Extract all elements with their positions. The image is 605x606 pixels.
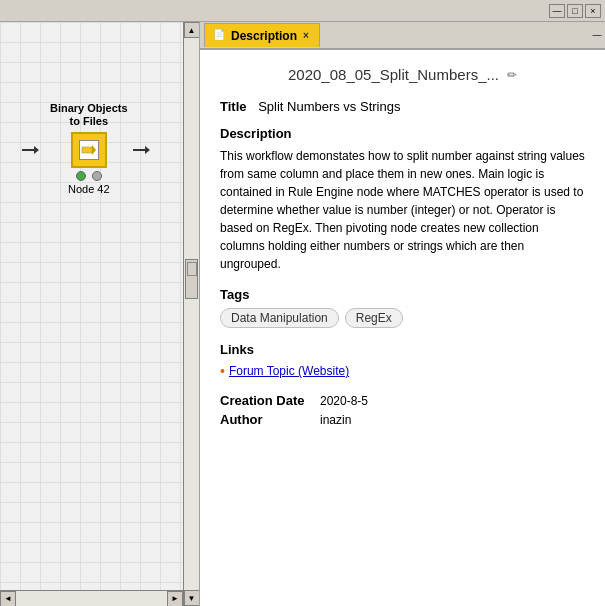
workflow-title-text: 2020_08_05_Split_Numbers_... (288, 66, 499, 83)
author-label: Author (220, 412, 320, 427)
top-bar: — □ × (0, 0, 605, 22)
links-label: Links (220, 342, 585, 357)
meta-section: Creation Date 2020-8-5 Author inazin (220, 393, 585, 427)
node-icon-inner (79, 140, 99, 160)
creation-date-label: Creation Date (220, 393, 320, 408)
description-label: Description (220, 126, 585, 141)
tab-minimize-button[interactable]: — (589, 27, 605, 43)
description-content: 2020_08_05_Split_Numbers_... ✏ Title Spl… (200, 50, 605, 606)
author-value: inazin (320, 413, 351, 427)
scroll-thumb[interactable] (185, 259, 198, 299)
tab-close-button[interactable]: × (301, 30, 311, 41)
node-label-bottom: Node 42 (50, 183, 128, 195)
description-text: This workflow demonstates how to split n… (220, 147, 585, 273)
left-panel: Binary Objects to Files (0, 22, 200, 606)
port-gray (92, 171, 102, 181)
scroll-down-button[interactable]: ▼ (184, 590, 200, 606)
tab-bar: 📄 Description × — (200, 22, 605, 50)
tags-section: Tags Data Manipulation RegEx (220, 287, 585, 328)
canvas-area: Binary Objects to Files (0, 22, 199, 606)
author-row: Author inazin (220, 412, 585, 427)
port-green (76, 171, 86, 181)
scroll-track[interactable] (184, 38, 199, 590)
maximize-button[interactable]: □ (567, 4, 583, 18)
creation-date-value: 2020-8-5 (320, 394, 368, 408)
node-box (50, 132, 128, 168)
main-area: Binary Objects to Files (0, 22, 605, 606)
title-label: Title (220, 99, 247, 114)
minimize-button[interactable]: — (549, 4, 565, 18)
description-tab[interactable]: 📄 Description × (204, 23, 320, 47)
link-item: • Forum Topic (Website) (220, 363, 585, 379)
scroll-grip (187, 262, 197, 276)
tab-label: Description (231, 29, 297, 43)
node-label-top: Binary Objects to Files (50, 102, 128, 128)
tab-icon: 📄 (213, 29, 227, 43)
close-button[interactable]: × (585, 4, 601, 18)
title-value: Split Numbers vs Strings (258, 99, 400, 114)
link-bullet: • (220, 363, 225, 379)
forum-topic-link[interactable]: Forum Topic (Website) (229, 364, 349, 378)
workflow-title-row: 2020_08_05_Split_Numbers_... ✏ (220, 66, 585, 83)
scroll-right-button[interactable]: ► (167, 591, 183, 607)
edit-icon[interactable]: ✏ (507, 68, 517, 82)
svg-rect-0 (82, 147, 92, 153)
horizontal-scrollbar[interactable]: ◄ ► (0, 590, 183, 606)
tags-row: Data Manipulation RegEx (220, 308, 585, 328)
node-arrow-svg (81, 142, 97, 158)
vertical-scrollbar[interactable]: ▲ ▼ (183, 22, 199, 606)
description-field-row: Description This workflow demonstates ho… (220, 126, 585, 273)
tags-label: Tags (220, 287, 585, 302)
node-group: Binary Objects to Files (50, 102, 128, 195)
svg-marker-1 (92, 145, 96, 155)
scroll-up-button[interactable]: ▲ (184, 22, 200, 38)
tag-regex: RegEx (345, 308, 403, 328)
node-icon[interactable] (71, 132, 107, 168)
hscroll-track[interactable] (16, 591, 167, 606)
scroll-left-button[interactable]: ◄ (0, 591, 16, 607)
links-section: Links • Forum Topic (Website) (220, 342, 585, 379)
right-panel: 📄 Description × — 2020_08_05_Split_Numbe… (200, 22, 605, 606)
tag-data-manipulation: Data Manipulation (220, 308, 339, 328)
title-field-row: Title Split Numbers vs Strings (220, 99, 585, 114)
node-ports (50, 171, 128, 181)
creation-date-row: Creation Date 2020-8-5 (220, 393, 585, 408)
